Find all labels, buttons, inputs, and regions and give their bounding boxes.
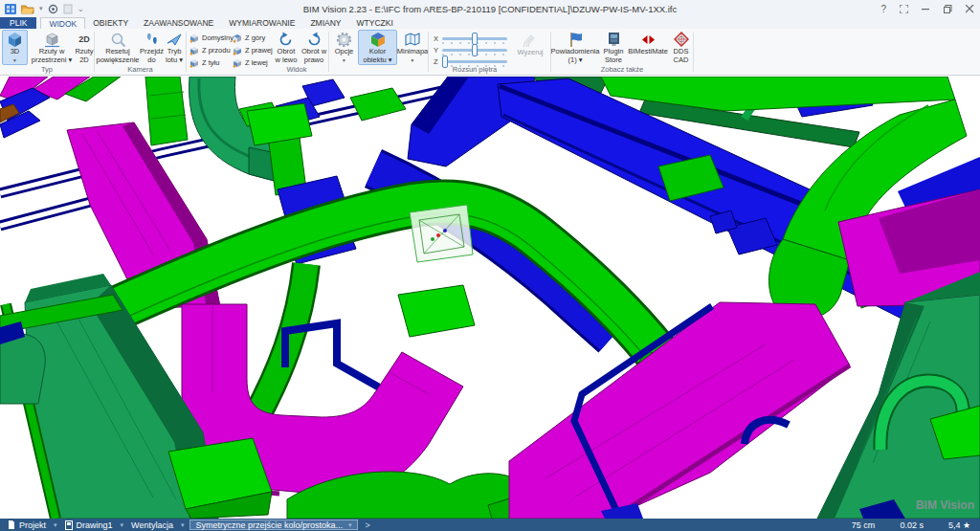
view-cube-icon xyxy=(189,33,199,43)
rotate-right-icon xyxy=(306,31,322,48)
view-z-przodu-toggle[interactable]: Z przodu xyxy=(189,45,231,55)
status-bar: Projekt▾ Drawing1▾ Wentylacja▾ Symetrycz… xyxy=(0,519,980,531)
plugin-store-button[interactable]: PluginStore xyxy=(601,30,626,65)
breadcrumb-wentylacja[interactable]: Wentylacja▾ xyxy=(131,520,184,530)
tryb-lotu-button[interactable]: Tryblotu ▾ xyxy=(164,30,185,65)
view-cube-icon xyxy=(189,46,199,55)
wyzeruj-button[interactable]: Wyzeruj xyxy=(513,31,547,58)
view-cube-icon xyxy=(189,58,199,68)
cube-plan-icon xyxy=(44,31,60,48)
rzuty-przestrzeni-button[interactable]: Rzuty wprzestrzeni ▾ xyxy=(29,30,75,65)
colored-cube-icon xyxy=(369,31,387,48)
tab-widok[interactable]: WIDOK xyxy=(40,17,85,29)
window-title: BIM Vision 2.23 - E:\IFC from ARES-BP-21… xyxy=(0,4,980,14)
duct-magenta-band-bottom[interactable] xyxy=(509,302,850,519)
group-kamera: Resetujpowiększenie Przejdźdo Tryblotu ▾… xyxy=(95,29,186,75)
powiadomienia-button[interactable]: Powiadomienia(1) ▾ xyxy=(551,30,599,65)
plane-icon xyxy=(167,31,182,48)
view-z-prawej-toggle[interactable]: Z prawej xyxy=(233,45,273,55)
bimestimate-button[interactable]: BIMestiMate xyxy=(627,30,669,57)
close-button[interactable] xyxy=(966,5,974,13)
plugin-store-icon xyxy=(607,31,621,48)
slider-y-thumb[interactable] xyxy=(472,44,478,56)
opcje-button[interactable]: Opcje▾ xyxy=(332,30,356,65)
restore-button[interactable] xyxy=(944,5,952,13)
view-cube-icon xyxy=(233,46,242,55)
dds-cad-button[interactable]: DDSCAD xyxy=(670,30,692,65)
duct-teal-elbow-left[interactable] xyxy=(0,334,45,404)
view-cube-icon xyxy=(233,58,242,68)
view-domyslny-toggle[interactable]: Domyślny xyxy=(189,33,234,43)
view-3d-button[interactable]: 3D▾ xyxy=(2,30,28,65)
2d-icon: 2D xyxy=(78,31,90,48)
viewport-3d[interactable]: BIM Vision xyxy=(0,77,980,519)
status-render-time: 0.02 s xyxy=(900,520,924,530)
obrot-w-prawo-button[interactable]: Obrót wprawo xyxy=(301,30,327,65)
rzuty-2d-button[interactable]: 2D Rzuty2D xyxy=(75,30,94,65)
magnifier-icon xyxy=(110,31,126,48)
tab-plik[interactable]: PLIK xyxy=(0,17,36,29)
selected-object-wireframe[interactable] xyxy=(410,205,473,262)
title-bar: ▾ ⌄ BIM Vision 2.23 - E:\IFC from ARES-B… xyxy=(0,0,980,17)
fullscreen-button[interactable] xyxy=(900,5,908,13)
przejdz-do-button[interactable]: Przejdźdo xyxy=(141,30,163,65)
tab-obiekty[interactable]: OBIEKTY xyxy=(85,17,136,29)
tab-wymiarowanie[interactable]: WYMIAROWANIE xyxy=(221,17,302,29)
dds-cad-icon xyxy=(674,31,689,48)
view-cube-icon xyxy=(233,33,242,43)
group-zobacz-takze: Powiadomienia(1) ▾ PluginStore BIMestiMa… xyxy=(551,29,693,75)
group-rozsun-pietra: X Y Z Wyzeruj Rozsuń piętra xyxy=(429,29,549,75)
cube-3d-icon xyxy=(7,31,23,48)
watermark: BIM Vision xyxy=(916,498,974,512)
kolor-obiektu-button[interactable]: Kolorobiektu ▾ xyxy=(358,30,397,65)
tab-zmiany[interactable]: ZMIANY xyxy=(302,17,348,29)
tab-wtyczki[interactable]: WTYCZKI xyxy=(349,17,401,29)
view-z-tylu-toggle[interactable]: Z tyłu xyxy=(189,57,219,68)
flag-icon xyxy=(568,31,583,48)
resetuj-powiekszenie-button[interactable]: Resetujpowiększenie xyxy=(96,30,140,65)
gear-icon xyxy=(336,31,352,48)
breadcrumb-projekt[interactable]: Projekt▾ xyxy=(8,520,57,530)
breadcrumb-drawing[interactable]: Drawing1▾ xyxy=(65,520,124,530)
duct-green-narrow-top[interactable] xyxy=(145,77,188,145)
group-widok-opcje: Opcje▾ Kolorobiektu ▾ Minimapa▾ xyxy=(329,29,428,75)
bim-vision-window: { "titlebar": { "title": "BIM Vision 2.2… xyxy=(0,0,980,531)
breadcrumb-expand[interactable]: > xyxy=(366,520,370,530)
slider-y[interactable] xyxy=(442,49,507,52)
scene-3d[interactable]: BIM Vision xyxy=(0,77,980,519)
footsteps-icon xyxy=(145,31,159,48)
slider-x[interactable] xyxy=(442,37,507,40)
slider-x-label: X xyxy=(434,34,438,43)
slider-y-label: Y xyxy=(434,46,438,55)
duct-green-piece-top[interactable] xyxy=(350,88,406,121)
drawing-icon xyxy=(65,520,73,530)
status-rating[interactable]: 5,4 ★ xyxy=(948,520,970,530)
slider-x-thumb[interactable] xyxy=(472,33,478,45)
slider-z[interactable] xyxy=(442,60,507,63)
document-icon xyxy=(8,520,15,530)
status-scale: 75 cm xyxy=(852,520,876,530)
minimize-button[interactable] xyxy=(922,5,930,13)
ribbon: 3D▾ Rzuty wprzestrzeni ▾ 2D Rzuty2D Typ … xyxy=(0,29,980,76)
bimestimate-icon xyxy=(640,31,657,48)
map-icon xyxy=(404,31,421,48)
tab-zaawansowane[interactable]: ZAAWANSOWANE xyxy=(136,17,221,29)
minimapa-button[interactable]: Minimapa▾ xyxy=(398,30,427,65)
view-z-gory-toggle[interactable]: Z góry xyxy=(233,33,265,43)
rotate-left-icon xyxy=(278,31,294,48)
duct-green-box-u-arm[interactable] xyxy=(398,285,475,337)
breadcrumb-selected-object[interactable]: Symetryczne przejście kolo/prostoka...▾ xyxy=(189,520,357,530)
ribbon-tabs: PLIK WIDOK OBIEKTY ZAAWANSOWANE WYMIAROW… xyxy=(0,17,980,29)
broom-icon xyxy=(523,32,539,49)
group-widok: Domyślny Z przodu Z tyłu Z góry Z prawej… xyxy=(187,29,328,75)
help-button[interactable]: ? xyxy=(880,4,886,14)
obrot-w-lewo-button[interactable]: Obrótw lewo xyxy=(273,30,300,65)
group-typ: 3D▾ Rzuty wprzestrzeni ▾ 2D Rzuty2D Typ xyxy=(0,29,94,75)
